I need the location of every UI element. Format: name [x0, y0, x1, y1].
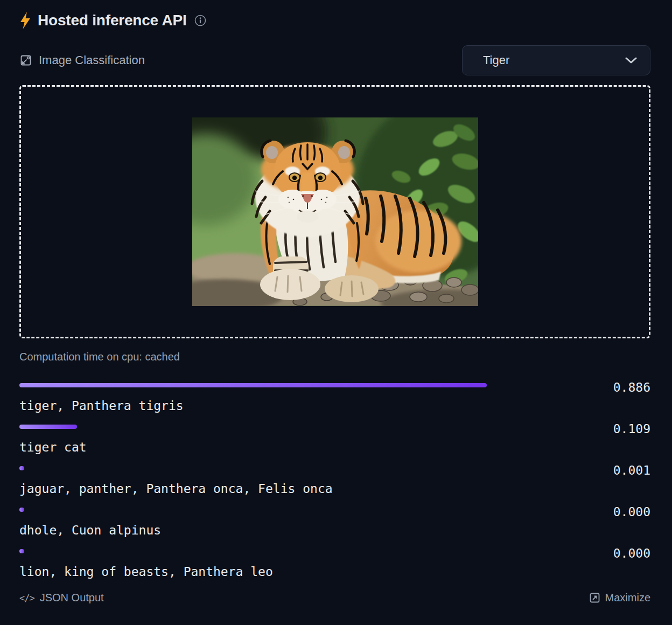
code-icon: </> — [19, 593, 34, 603]
score-value: 0.886 — [547, 380, 650, 394]
score-bar-track — [19, 422, 547, 429]
task-row: Image Classification Tiger — [19, 45, 650, 75]
result-label: dhole, Cuon alpinus — [19, 524, 650, 537]
computation-time: Computation time on cpu: cached — [19, 351, 650, 364]
maximize-button[interactable]: Maximize — [590, 592, 650, 604]
score-value: 0.000 — [547, 546, 650, 560]
score-value: 0.001 — [547, 463, 650, 477]
result-label: jaguar, panther, Panthera onca, Felis on… — [19, 482, 650, 496]
score-bar — [19, 425, 77, 429]
chevron-down-icon — [625, 57, 637, 64]
result-label: tiger cat — [19, 441, 650, 454]
score-bar-track — [19, 380, 547, 387]
score-bar — [19, 508, 24, 512]
json-output-button[interactable]: </> JSON Output — [19, 592, 104, 604]
header: Hosted inference API — [19, 11, 650, 30]
score-value: 0.109 — [547, 422, 650, 436]
score-bar-track — [19, 463, 547, 470]
maximize-icon — [590, 593, 600, 603]
maximize-label: Maximize — [605, 592, 650, 604]
result-label: lion, king of beasts, Panthera leo — [19, 565, 650, 579]
info-icon[interactable] — [194, 15, 206, 26]
score-bar — [19, 466, 24, 470]
result-row: 0.000 dhole, Cuon alpinus — [19, 505, 650, 537]
result-row: 0.001 jaguar, panther, Panthera onca, Fe… — [19, 463, 650, 496]
result-row: 0.886 tiger, Panthera tigris — [19, 380, 650, 413]
score-bar — [19, 549, 24, 553]
result-row: 0.109 tiger cat — [19, 422, 650, 454]
image-dropzone[interactable] — [19, 85, 650, 338]
result-row: 0.000 lion, king of beasts, Panthera leo — [19, 546, 650, 579]
results-list: 0.886 tiger, Panthera tigris 0.109 tiger… — [19, 380, 650, 579]
json-output-label: JSON Output — [40, 592, 104, 604]
task-label: Image Classification — [39, 53, 145, 67]
score-bar — [19, 383, 487, 387]
lightning-icon — [19, 12, 31, 29]
example-dropdown[interactable]: Tiger — [462, 45, 650, 75]
score-bar-track — [19, 505, 547, 512]
score-bar-track — [19, 546, 547, 553]
tiger-image — [192, 117, 478, 306]
image-classification-icon — [19, 54, 32, 67]
result-label: tiger, Panthera tigris — [19, 399, 650, 413]
widget-footer: </> JSON Output Maximize — [19, 592, 650, 604]
page-title: Hosted inference API — [38, 12, 187, 29]
task-pill: Image Classification — [19, 53, 145, 67]
score-value: 0.000 — [547, 505, 650, 519]
example-dropdown-value: Tiger — [483, 53, 625, 67]
